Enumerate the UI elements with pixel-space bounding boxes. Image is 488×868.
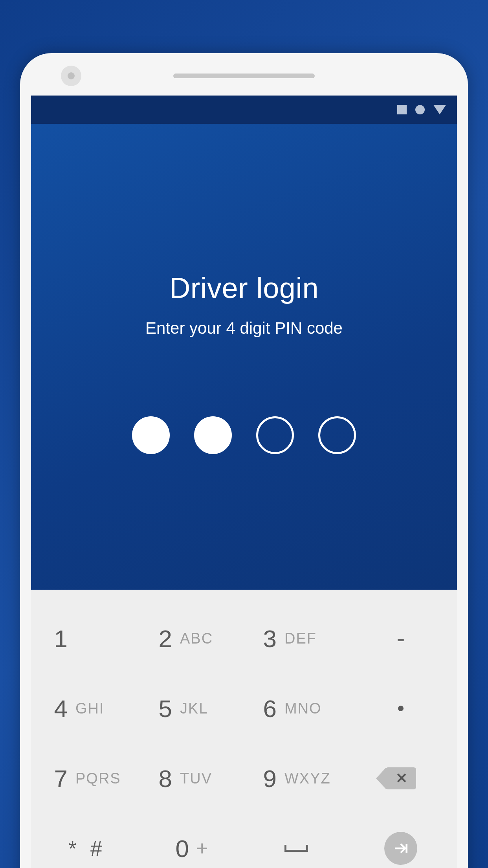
submit-button[interactable] bbox=[384, 832, 417, 865]
key-1[interactable]: 1 bbox=[35, 603, 139, 673]
status-home-icon bbox=[415, 105, 425, 114]
screen: Driver login Enter your 4 digit PIN code… bbox=[31, 96, 457, 868]
key-submit[interactable] bbox=[349, 813, 453, 868]
device-frame: Driver login Enter your 4 digit PIN code… bbox=[20, 53, 468, 868]
key-digit-label: 1 bbox=[52, 625, 68, 653]
device-speaker bbox=[173, 74, 315, 78]
login-subtitle: Enter your 4 digit PIN code bbox=[145, 319, 343, 338]
key-plus-label: + bbox=[196, 837, 208, 860]
login-title: Driver login bbox=[169, 271, 319, 305]
status-recent-apps-icon bbox=[397, 105, 407, 114]
pin-dot-4 bbox=[318, 416, 356, 454]
key-letters-label: GHI bbox=[75, 700, 123, 717]
key-space[interactable] bbox=[244, 813, 349, 868]
key-5[interactable]: 5JKL bbox=[139, 673, 244, 743]
key-3[interactable]: 3DEF bbox=[244, 603, 349, 673]
key-letters-label: PQRS bbox=[75, 770, 123, 787]
key-digit-label: 9 bbox=[261, 765, 277, 793]
key-letters-label: WXYZ bbox=[284, 770, 332, 787]
login-area: Driver login Enter your 4 digit PIN code bbox=[31, 124, 457, 590]
keypad-row-1: 12ABC3DEF- bbox=[35, 603, 453, 673]
keypad-row-3: 7PQRS8TUV9WXYZ✕ bbox=[35, 743, 453, 813]
space-icon bbox=[284, 845, 308, 852]
key-digit-label: 2 bbox=[156, 625, 172, 653]
key-letters-label: MNO bbox=[284, 700, 332, 717]
pin-dot-2 bbox=[194, 416, 232, 454]
period-icon bbox=[398, 706, 404, 711]
key-digit-label: 5 bbox=[156, 695, 172, 723]
key-dash[interactable]: - bbox=[349, 603, 453, 673]
key-7[interactable]: 7PQRS bbox=[35, 743, 139, 813]
symbols-label: * # bbox=[68, 836, 106, 861]
key-6[interactable]: 6MNO bbox=[244, 673, 349, 743]
status-back-icon bbox=[433, 105, 446, 114]
key-digit-label: 3 bbox=[261, 625, 277, 653]
key-digit-label: 6 bbox=[261, 695, 277, 723]
device-bezel-top bbox=[31, 64, 457, 88]
key-letters-label: TUV bbox=[180, 770, 227, 787]
dash-icon: - bbox=[396, 624, 405, 653]
key-4[interactable]: 4GHI bbox=[35, 673, 139, 743]
key-digit-label: 8 bbox=[156, 765, 172, 793]
keypad: 12ABC3DEF-4GHI5JKL6MNO7PQRS8TUV9WXYZ✕* #… bbox=[31, 590, 457, 868]
arrow-right-icon bbox=[392, 840, 409, 857]
status-bar bbox=[31, 96, 457, 124]
key-0[interactable]: 0+ bbox=[139, 813, 244, 868]
device-camera bbox=[61, 66, 81, 86]
key-symbols[interactable]: * # bbox=[35, 813, 139, 868]
key-digit-label: 0 bbox=[176, 835, 189, 862]
pin-indicator bbox=[132, 416, 356, 454]
key-2[interactable]: 2ABC bbox=[139, 603, 244, 673]
backspace-icon: ✕ bbox=[385, 767, 416, 789]
key-letters-label: DEF bbox=[284, 630, 332, 647]
key-letters-label: ABC bbox=[180, 630, 227, 647]
pin-dot-3 bbox=[256, 416, 294, 454]
key-period[interactable] bbox=[349, 673, 453, 743]
key-digit-label: 7 bbox=[52, 765, 68, 793]
keypad-row-4: * #0+ bbox=[35, 813, 453, 868]
keypad-row-2: 4GHI5JKL6MNO bbox=[35, 673, 453, 743]
key-8[interactable]: 8TUV bbox=[139, 743, 244, 813]
key-digit-label: 4 bbox=[52, 695, 68, 723]
key-letters-label: JKL bbox=[180, 700, 227, 717]
pin-dot-1 bbox=[132, 416, 170, 454]
key-backspace[interactable]: ✕ bbox=[349, 743, 453, 813]
key-9[interactable]: 9WXYZ bbox=[244, 743, 349, 813]
